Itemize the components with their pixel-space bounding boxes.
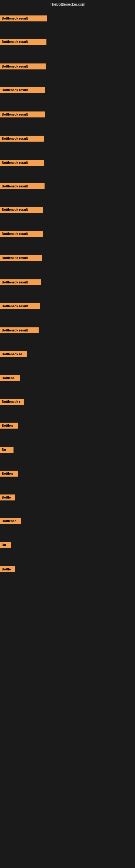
bottleneck-result-item: Bottleneck re — [0, 351, 27, 357]
bottleneck-result-item: Bottlenec — [0, 518, 21, 524]
bottleneck-result-item: Bottle — [0, 495, 15, 500]
bottleneck-result-item: Bo — [0, 542, 11, 548]
bottleneck-result-item: Bottleneck r — [0, 399, 24, 405]
bottleneck-result-item: Bo — [0, 447, 13, 453]
bottleneck-result-item: Bottleneck result — [0, 112, 45, 118]
bottleneck-result-item: Bottlene — [0, 375, 20, 381]
bottleneck-result-item: Bottleneck result — [0, 87, 45, 93]
bottleneck-result-item: Bottlen — [0, 423, 18, 429]
bottleneck-result-item: Bottleneck result — [0, 231, 43, 237]
bottleneck-result-item: Bottleneck result — [0, 207, 43, 213]
bottleneck-result-item: Bottle — [0, 566, 15, 572]
bottleneck-result-item: Bottleneck result — [0, 135, 44, 142]
bottleneck-result-item: Bottleneck result — [0, 160, 44, 166]
bottleneck-result-item: Bottleneck result — [0, 39, 46, 45]
bottleneck-result-item: Bottlen — [0, 471, 18, 476]
bottleneck-result-item: Bottleneck result — [0, 183, 45, 189]
bottleneck-result-item: Bottleneck result — [0, 255, 42, 261]
bottleneck-result-item: Bottleneck result — [0, 303, 40, 309]
bottleneck-result-item: Bottleneck result — [0, 16, 47, 22]
site-title: TheBottlenecker.com — [0, 0, 135, 9]
bottleneck-result-item: Bottleneck result — [0, 63, 46, 69]
bottleneck-result-item: Bottleneck result — [0, 279, 41, 285]
bottleneck-result-item: Bottleneck result — [0, 328, 39, 333]
